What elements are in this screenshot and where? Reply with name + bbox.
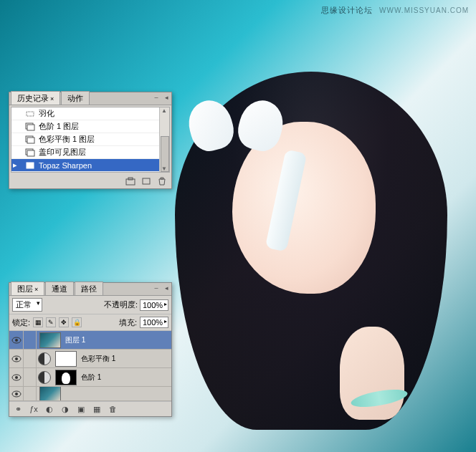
- lock-pixels-icon[interactable]: ✎: [46, 317, 56, 327]
- svg-rect-10: [143, 178, 150, 184]
- watermark: 思缘设计论坛 WWW.MISSYUAN.COM: [321, 4, 469, 16]
- link-col[interactable]: [24, 368, 37, 386]
- blend-mode-dropdown[interactable]: 正常: [12, 298, 42, 312]
- adjustment-icon: [38, 371, 51, 384]
- history-label: 色阶 1 图层: [39, 121, 79, 132]
- svg-rect-7: [27, 163, 34, 168]
- tab-channels[interactable]: 通道: [45, 282, 74, 295]
- fill-input[interactable]: 100%: [140, 317, 168, 328]
- lock-label: 锁定:: [12, 317, 30, 328]
- layer-row[interactable]: [9, 387, 171, 401]
- trash-icon[interactable]: 🗑: [107, 404, 118, 414]
- link-layers-icon[interactable]: ⚭: [12, 404, 24, 414]
- scrollbar-vertical[interactable]: [159, 107, 169, 172]
- history-panel: 历史记录× 动作 – ◂ 羽化 色阶 1 图层 色彩平衡 1 图层 盖印可见图层: [9, 92, 172, 189]
- svg-rect-4: [27, 138, 34, 143]
- tab-layers[interactable]: 图层×: [11, 282, 44, 295]
- history-list: 羽化 色阶 1 图层 色彩平衡 1 图层 盖印可见图层 ▸ Topaz Shar…: [11, 107, 170, 173]
- visibility-toggle[interactable]: [9, 387, 24, 400]
- group-icon[interactable]: ▣: [75, 404, 87, 414]
- trash-icon[interactable]: [157, 176, 167, 186]
- close-icon[interactable]: ×: [34, 286, 38, 293]
- layers-footer: ⚭ ƒx ◐ ◑ ▣ ▦ 🗑: [9, 401, 171, 416]
- opacity-label: 不透明度:: [104, 299, 138, 310]
- mask-icon[interactable]: ◐: [44, 404, 55, 414]
- history-footer: [9, 174, 171, 188]
- history-tabs: 历史记录× 动作 – ◂: [9, 92, 171, 105]
- layer-row[interactable]: 色彩平衡 1: [9, 350, 171, 368]
- new-layer-icon[interactable]: ▦: [91, 404, 103, 414]
- layer-row[interactable]: 色阶 1: [9, 368, 171, 387]
- watermark-en: WWW.MISSYUAN.COM: [379, 6, 469, 14]
- watermark-cn: 思缘设计论坛: [321, 6, 373, 14]
- filter-icon: [24, 160, 36, 170]
- svg-point-14: [15, 357, 18, 360]
- tab-paths[interactable]: 路径: [75, 282, 103, 295]
- lock-transparent-icon[interactable]: ▦: [33, 317, 43, 327]
- lock-all-icon[interactable]: 🔒: [72, 317, 82, 327]
- visibility-toggle[interactable]: [9, 368, 24, 386]
- history-label: 色彩平衡 1 图层: [39, 134, 95, 145]
- scrollbar-thumb[interactable]: [161, 136, 169, 172]
- visibility-toggle[interactable]: [9, 350, 24, 367]
- layers-panel: 图层× 通道 路径 – ◂ 正常 不透明度: 100% 锁定: ▦ ✎ ✥ 🔒 …: [9, 282, 172, 417]
- opacity-input[interactable]: 100%: [140, 299, 168, 311]
- mask-thumbnail[interactable]: [55, 370, 77, 385]
- svg-point-12: [15, 339, 18, 342]
- link-col[interactable]: [24, 387, 37, 400]
- layers-tabs: 图层× 通道 路径 – ◂: [9, 283, 171, 296]
- svg-rect-6: [27, 150, 34, 156]
- layer-icon: [24, 122, 36, 132]
- history-label: 羽化: [39, 108, 54, 119]
- layer-name[interactable]: 色彩平衡 1: [80, 354, 171, 364]
- history-item[interactable]: 色阶 1 图层: [11, 120, 169, 133]
- layer-icon: [24, 135, 36, 145]
- fill-label: 填充:: [119, 317, 137, 328]
- brush-marker-icon: ▸: [13, 160, 24, 170]
- minimize-icon[interactable]: –: [153, 284, 160, 292]
- history-item[interactable]: ▸ Topaz Sharpen: [11, 159, 169, 172]
- minimize-icon[interactable]: –: [153, 94, 160, 101]
- layer-thumbnail[interactable]: [39, 332, 61, 348]
- svg-rect-2: [27, 125, 34, 130]
- layer-thumbnail[interactable]: [39, 387, 61, 401]
- svg-point-16: [15, 376, 18, 379]
- history-item[interactable]: 羽化: [11, 107, 169, 120]
- new-state-icon[interactable]: [141, 176, 151, 186]
- feather-icon: [24, 109, 36, 119]
- history-item[interactable]: 色彩平衡 1 图层: [11, 133, 169, 146]
- menu-icon[interactable]: ◂: [163, 94, 170, 101]
- layer-row[interactable]: 图层 1: [9, 331, 171, 350]
- snapshot-icon[interactable]: [125, 176, 135, 186]
- mask-thumbnail[interactable]: [55, 351, 77, 367]
- history-label: 盖印可见图层: [39, 147, 86, 158]
- close-icon[interactable]: ×: [50, 95, 54, 102]
- history-label: Topaz Sharpen: [39, 161, 92, 170]
- layer-options-row: 正常 不透明度: 100%: [9, 296, 171, 314]
- adjustment-layer-icon[interactable]: ◑: [60, 404, 71, 414]
- menu-icon[interactable]: ◂: [163, 284, 170, 292]
- link-col[interactable]: [24, 350, 37, 367]
- adjustment-icon: [38, 352, 51, 365]
- lock-row: 锁定: ▦ ✎ ✥ 🔒 填充: 100%: [9, 314, 171, 331]
- lock-position-icon[interactable]: ✥: [59, 317, 69, 327]
- tab-actions[interactable]: 动作: [61, 91, 90, 105]
- visibility-toggle[interactable]: [9, 331, 24, 349]
- layer-name[interactable]: 色阶 1: [80, 372, 171, 383]
- svg-point-18: [15, 393, 18, 395]
- layer-icon: [24, 148, 36, 158]
- tab-history[interactable]: 历史记录×: [11, 91, 60, 105]
- svg-rect-0: [27, 112, 34, 116]
- link-col[interactable]: [24, 331, 37, 349]
- layer-list: 图层 1 色彩平衡 1 色阶 1: [9, 331, 171, 401]
- history-item[interactable]: 盖印可见图层: [11, 146, 169, 159]
- fx-icon[interactable]: ƒx: [28, 404, 39, 414]
- layer-name[interactable]: 图层 1: [64, 335, 171, 345]
